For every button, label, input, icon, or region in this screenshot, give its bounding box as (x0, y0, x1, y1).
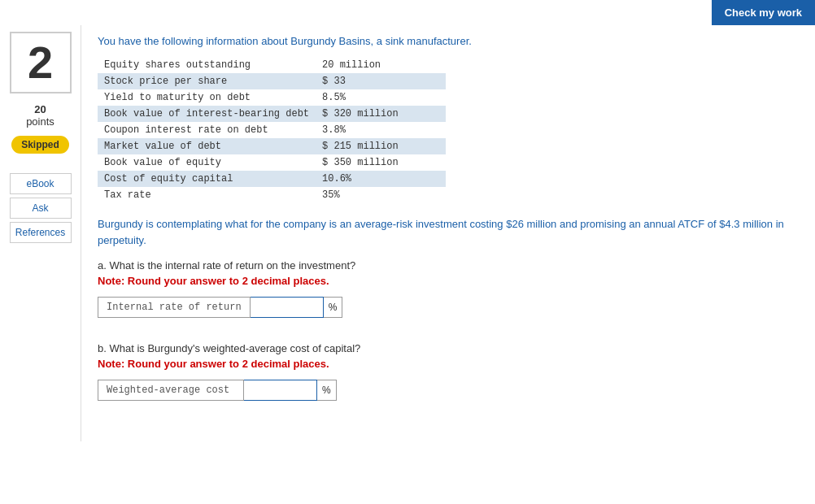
table-cell-value: 20 million (316, 57, 446, 73)
table-cell-label: Tax rate (98, 187, 316, 203)
points-display: 20 points (26, 103, 54, 128)
table-cell-value: 3.8% (316, 122, 446, 138)
table-cell-value: $ 350 million (316, 154, 446, 171)
table-row: Tax rate35% (98, 187, 446, 203)
data-table: Equity shares outstanding20 millionStock… (98, 57, 446, 203)
table-cell-label: Coupon interest rate on debt (98, 122, 316, 138)
percent-symbol-a: % (324, 297, 343, 318)
contemplating-text: Burgundy is contemplating what for the c… (98, 216, 799, 248)
question-b-note: Note: Round your answer to 2 decimal pla… (98, 358, 799, 370)
table-cell-value: 35% (316, 187, 446, 203)
table-row: Book value of interest-bearing debt$ 320… (98, 106, 446, 122)
table-row: Cost of equity capital10.6% (98, 171, 446, 187)
check-my-work-button[interactable]: Check my work (712, 0, 815, 25)
ebook-button[interactable]: eBook (10, 173, 72, 194)
table-cell-value: $ 33 (316, 73, 446, 89)
table-row: Yield to maturity on debt8.5% (98, 89, 446, 106)
points-label-text: points (26, 115, 54, 128)
internal-rate-of-return-input[interactable] (251, 297, 324, 318)
table-row: Market value of debt$ 215 million (98, 138, 446, 154)
table-cell-label: Equity shares outstanding (98, 57, 316, 73)
table-cell-label: Yield to maturity on debt (98, 89, 316, 106)
points-value: 20 (34, 103, 46, 115)
table-row: Book value of equity$ 350 million (98, 154, 446, 171)
table-row: Stock price per share$ 33 (98, 73, 446, 89)
table-cell-value: $ 215 million (316, 138, 446, 154)
table-row: Coupon interest rate on debt3.8% (98, 122, 446, 138)
table-cell-value: 10.6% (316, 171, 446, 187)
question-a-section: a. What is the internal rate of return o… (98, 259, 799, 318)
ask-button[interactable]: Ask (10, 198, 72, 219)
percent-symbol-b: % (317, 380, 337, 401)
table-cell-label: Market value of debt (98, 138, 316, 154)
table-cell-label: Book value of interest-bearing debt (98, 106, 316, 122)
input-b-label: Weighted-average cost (98, 380, 244, 401)
intro-text: You have the following information about… (98, 35, 799, 47)
input-a-label: Internal rate of return (98, 297, 251, 318)
table-cell-label: Cost of equity capital (98, 171, 316, 187)
skipped-badge: Skipped (11, 136, 69, 154)
weighted-average-cost-input[interactable] (244, 380, 317, 401)
table-cell-label: Book value of equity (98, 154, 316, 171)
table-row: Equity shares outstanding20 million (98, 57, 446, 73)
question-a-note: Note: Round your answer to 2 decimal pla… (98, 275, 799, 287)
question-number: 2 (10, 32, 72, 93)
question-a-label: a. What is the internal rate of return o… (98, 259, 799, 272)
table-cell-value: 8.5% (316, 89, 446, 106)
references-button[interactable]: References (10, 222, 72, 243)
input-a-row: Internal rate of return % (98, 297, 799, 318)
question-b-label: b. What is Burgundy's weighted-average c… (98, 342, 799, 354)
table-cell-value: $ 320 million (316, 106, 446, 122)
input-b-row: Weighted-average cost % (98, 380, 799, 401)
question-b-section: b. What is Burgundy's weighted-average c… (98, 342, 799, 401)
table-cell-label: Stock price per share (98, 73, 316, 89)
